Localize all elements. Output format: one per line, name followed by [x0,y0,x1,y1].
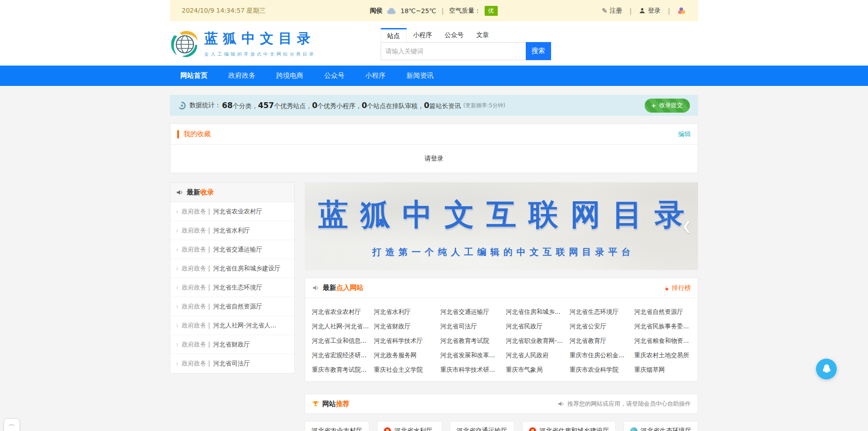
login-prompt[interactable]: 请登录 [425,155,443,163]
item-category: 政府政务 | [182,322,210,330]
recommend-card-title: 河北省住房和城乡建设厅 [529,427,609,431]
search-tab-小程序[interactable]: 小程序 [407,28,439,42]
site-link[interactable]: 河北省发展和改革... [440,348,506,362]
site-name: 河北省交通运输厅 [457,427,507,431]
item-category: 政府政务 | [182,360,210,368]
site-link[interactable]: 河北省工业和信息... [312,333,374,348]
air-quality-badge: 优 [485,6,498,16]
topbar: 2024/10/9 14:34:57 星期三 闽侯 18℃~25℃ | 空气质量… [170,0,698,21]
site-link[interactable]: 河北省司法厅 [440,319,506,333]
recommend-card[interactable]: 河北省生态环境厅 [623,421,698,431]
back-to-top-button[interactable]: ︿ [4,418,20,431]
stats-values: 68个分类，457个优秀站点，0个优秀小程序，0个站点在排队审核，0篇站长资讯 [222,101,461,110]
site-link[interactable]: 重庆市农业科学院 [570,362,634,377]
site-link[interactable]: 重庆市气象局 [506,362,570,377]
search-tab-文章[interactable]: 文章 [470,28,495,42]
site-link[interactable]: 河北省水利厅 [374,304,440,319]
nav-item[interactable]: 小程序 [355,66,396,86]
item-name: 河北省水利厅 [213,227,250,235]
search-tab-站点[interactable]: 站点 [381,28,407,42]
latest-list-item[interactable]: ›政府政务 |河北省农业农村厅 [170,202,294,221]
site-link[interactable]: 河北省宏观经济研... [312,348,374,362]
site-link[interactable]: 河北省科学技术厅 [374,333,440,348]
item-name: 河北省财政厅 [213,341,250,349]
site-link[interactable]: 重庆烟草网 [634,362,691,377]
site-link[interactable]: 河北省职业教育网-... [506,333,570,348]
site-link[interactable]: 河北省人民政府 [506,348,570,362]
page-container: 数据统计： 68个分类，457个优秀站点，0个优秀小程序，0个站点在排队审核，0… [170,95,698,431]
latest-list-item[interactable]: ›政府政务 |河北省交通运输厅 [170,240,294,259]
item-name: 河北省司法厅 [213,360,250,368]
site-link[interactable]: 河北省农业农村厅 [312,304,374,319]
recommend-card[interactable]: 河北省交通运输厅 [450,421,514,431]
site-link[interactable]: 重庆农村土地交易所 [634,348,691,362]
site-link[interactable]: 河北人社网-河北省... [312,319,374,333]
nav-item[interactable]: 网站首页 [170,66,218,86]
orange-bar-icon [177,130,179,138]
hero-banner[interactable]: 蓝狐中文互联网目录 打造第一个纯人工编辑的中文互联网目录平台 ❮ [305,182,698,270]
item-category: 政府政务 | [182,208,210,216]
item-name: 河北省住房和城乡建设厅 [213,265,281,273]
site-link[interactable]: 河北省交通运输厅 [440,304,506,319]
site-link[interactable]: 重庆市科学技术研... [440,362,506,377]
recommend-card[interactable]: 河北省住房和城乡建设厅 [522,421,616,431]
ranking-link[interactable]: 排行榜 [664,284,691,292]
edit-link[interactable]: 编辑 [678,130,691,138]
site-logo[interactable]: 蓝狐中文目录 全人工编辑的开放式中文网站分类目录 [170,29,316,58]
site-link[interactable]: 河北省生态环境厅 [570,304,634,319]
chevron-right-icon: › [176,208,179,216]
latest-list-item[interactable]: ›政府政务 |河北省水利厅 [170,221,294,240]
latest-list-item[interactable]: ›政府政务 |河北省生态环境厅 [170,278,294,297]
recommend-card[interactable]: 河北省水利厅 [377,421,442,431]
site-link[interactable]: 河北省民族事务委... [634,319,691,333]
latest-list-item[interactable]: ›政府政务 |河北省住房和城乡建设厅 [170,259,294,278]
chevron-right-icon: › [176,360,179,368]
site-link[interactable]: 河北省财政厅 [374,319,440,333]
logo-tagline: 全人工编辑的开放式中文网站分类目录 [204,51,316,57]
site-link[interactable]: 重庆社会主义学院 [374,362,440,377]
site-link[interactable]: 河北省民政厅 [506,319,570,333]
header-zone: 2024/10/9 14:34:57 星期三 闽侯 18℃~25℃ | 空气质量… [0,0,868,66]
nav-item[interactable]: 公众号 [314,66,355,86]
login-link[interactable]: 登录 [639,7,660,15]
submit-site-button[interactable]: ＋ 收录提交 [645,99,690,113]
search-button[interactable]: 搜索 [526,42,551,60]
theme-palette-icon[interactable] [677,7,686,15]
nav-item[interactable]: 跨境电商 [266,66,314,86]
site-link[interactable]: 河北省公安厅 [570,319,634,333]
item-category: 政府政务 | [182,227,210,235]
separator: | [630,7,632,14]
site-name: 河北省水利厅 [394,427,432,431]
site-link[interactable]: 重庆市住房公积金... [570,348,634,362]
site-link[interactable]: 河北省粮食和物资... [634,333,691,348]
register-link[interactable]: ✎ 注册 [602,7,623,15]
latest-clicked-panel: 最新点入网站 排行榜 河北省农业农村厅河北省水利厅河北省交通运输厅河北省住房和城… [305,278,698,382]
stat-label: 个站点在排队审核， [367,102,424,109]
site-link[interactable]: 河北省住房和城乡... [506,304,570,319]
site-link[interactable]: 重庆市教育考试院... [312,362,374,377]
search-input[interactable] [381,42,526,60]
latest-list-item[interactable]: ›政府政务 |河北人社网-河北省人... [170,316,294,335]
site-link[interactable]: 河北政务服务网 [374,348,440,362]
nav-item[interactable]: 政府政务 [218,66,266,86]
site-name: 河北省生态环境厅 [641,427,691,431]
globe-hands-logo-icon [170,29,199,58]
recommend-card-title: 河北省交通运输厅 [457,427,508,431]
stat-number: 0 [312,101,317,110]
latest-list-item[interactable]: ›政府政务 |河北省自然资源厅 [170,297,294,316]
latest-list-item[interactable]: ›政府政务 |河北省司法厅 [170,354,294,373]
stat-label: 个优秀小程序， [317,102,362,109]
site-link[interactable]: 河北省教育厅 [570,333,634,348]
site-link[interactable]: 河北省教育考试院 [440,333,506,348]
chevron-right-icon: › [176,303,179,311]
search-tab-公众号[interactable]: 公众号 [439,28,470,42]
recommend-card[interactable]: 河北省农业农村厅 [305,421,369,431]
site-link[interactable]: 河北省自然资源厅 [634,304,691,319]
latest-list-item[interactable]: ›政府政务 |河北省财政厅 [170,335,294,354]
carousel-arrow-icon[interactable]: ❮ [682,219,692,233]
qq-contact-icon[interactable] [816,359,837,379]
megaphone-icon [176,189,184,196]
nav-item[interactable]: 新闻资讯 [396,66,444,86]
recommend-card-title: 河北省农业农村厅 [311,427,363,431]
clicked-title-prefix: 最新 [323,284,336,292]
